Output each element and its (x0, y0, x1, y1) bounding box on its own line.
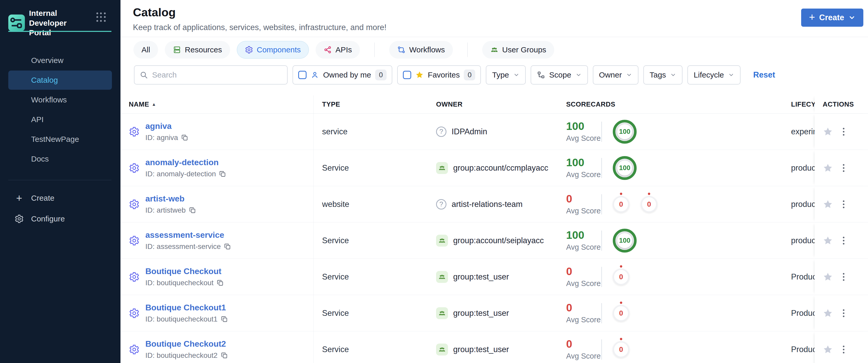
filter-dropdowns: TypeScopeOwnerTagsLifecycle (486, 65, 741, 85)
lifecycle-value: Produc (791, 345, 815, 354)
favorite-star-icon[interactable] (823, 199, 833, 210)
sidebar-item-api[interactable]: API (8, 110, 112, 129)
copy-icon[interactable] (221, 352, 228, 359)
search-input[interactable] (152, 70, 282, 79)
sidebar-create-button[interactable]: + Create (8, 189, 112, 207)
owned-by-me-filter[interactable]: Owned by me 0 (292, 65, 392, 85)
row-menu-kebab-icon[interactable] (841, 344, 846, 355)
actions-cell (815, 222, 868, 259)
entity-id-label: ID: boutiquecheckout2 (145, 351, 218, 360)
page-header: Catalog Keep track of applications, serv… (121, 0, 868, 37)
dropdown-label: Type (492, 70, 509, 79)
favorite-star-icon[interactable] (823, 344, 833, 355)
apps-grid-icon[interactable] (96, 12, 106, 22)
copy-icon[interactable] (221, 315, 228, 323)
table-row: anomaly-detection ID: anomaly-detection … (121, 150, 868, 186)
copy-icon[interactable] (189, 207, 196, 214)
search-box[interactable] (134, 65, 288, 85)
column-header-lifecycle: LIFECYCLE (781, 95, 815, 113)
row-menu-kebab-icon[interactable] (841, 308, 846, 319)
entity-name-link[interactable]: Boutique Checkout (145, 267, 224, 276)
create-button[interactable]: + Create (801, 8, 863, 27)
sidebar-configure-button[interactable]: Configure (8, 210, 112, 228)
entity-name-link[interactable]: assessment-service (145, 230, 231, 240)
row-menu-kebab-icon[interactable] (841, 271, 846, 282)
favorites-checkbox[interactable] (403, 71, 411, 79)
type-cell: website (313, 186, 428, 222)
row-menu-kebab-icon[interactable] (841, 235, 846, 246)
scorecards-cell: 0 Avg Score 0 (557, 331, 781, 363)
dropdown-label: Lifecycle (693, 70, 724, 79)
table-row: Boutique Checkout ID: boutiquecheckout S… (121, 259, 868, 295)
tags-dropdown[interactable]: Tags (643, 65, 682, 85)
sidebar-item-catalog[interactable]: Catalog (8, 70, 112, 90)
copy-icon[interactable] (219, 170, 226, 178)
score-gauge: 0 (613, 341, 629, 358)
gauge-value: 0 (647, 200, 651, 209)
scope-icon (537, 71, 545, 79)
lifecycle-dropdown[interactable]: Lifecycle (687, 65, 741, 85)
scope-dropdown[interactable]: Scope (531, 65, 588, 85)
tab-user-groups[interactable]: User Groups (482, 41, 554, 59)
chevron-down-icon (728, 72, 734, 78)
score-separator (601, 158, 602, 178)
favorite-star-icon[interactable] (823, 163, 833, 173)
owner-name: artist-relations-team (452, 200, 523, 209)
copy-icon[interactable] (224, 243, 231, 250)
group-owner-icon (436, 235, 448, 247)
sidebar-item-testnewpage[interactable]: TestNewPage (8, 130, 112, 149)
owner-dropdown[interactable]: Owner (593, 65, 639, 85)
lifecycle-value: Produc (791, 272, 815, 281)
group-owner-icon (436, 271, 448, 283)
lifecycle-header-label: LIFECYCLE (791, 100, 815, 109)
avg-score-label: Avg Score (566, 134, 601, 143)
sidebar-item-overview[interactable]: Overview (8, 51, 112, 70)
score-gauges: 0 (613, 269, 629, 285)
sidebar-create-label: Create (31, 194, 54, 203)
avg-score-value: 100 (566, 230, 601, 241)
favorite-star-icon[interactable] (823, 308, 833, 319)
copy-icon[interactable] (181, 134, 188, 141)
entity-name-link[interactable]: Boutique Checkout2 (145, 339, 228, 349)
row-menu-kebab-icon[interactable] (841, 162, 846, 174)
favorites-filter[interactable]: Favorites 0 (397, 65, 481, 85)
favorite-star-icon[interactable] (823, 236, 833, 246)
tab-resources[interactable]: Resources (165, 41, 230, 59)
entity-name-link[interactable]: artist-web (145, 194, 196, 204)
tab-all[interactable]: All (133, 41, 158, 59)
favorites-label: Favorites (428, 70, 460, 79)
copy-icon[interactable] (217, 279, 224, 286)
tab-apis[interactable]: APIs (316, 41, 360, 59)
owned-by-me-checkbox[interactable] (298, 71, 307, 79)
entity-name-link[interactable]: Boutique Checkout1 (145, 303, 228, 312)
row-menu-kebab-icon[interactable] (841, 126, 846, 137)
avg-score-value: 0 (566, 338, 601, 350)
reset-filters-link[interactable]: Reset (753, 70, 775, 80)
gauge-tick (620, 265, 622, 268)
brand: Internal Developer Portal (8, 8, 85, 38)
sidebar-item-docs[interactable]: Docs (8, 149, 112, 169)
tab-workflows[interactable]: Workflows (389, 41, 453, 59)
score-gauges: 100 (613, 229, 637, 252)
sort-ascending-icon: ▲ (152, 102, 156, 107)
tab-components[interactable]: Components (237, 41, 309, 59)
score-gauges: 0 (613, 341, 629, 358)
type-dropdown[interactable]: Type (486, 65, 525, 85)
entity-name-link[interactable]: anomaly-detection (145, 158, 226, 167)
favorite-star-icon[interactable] (823, 126, 833, 137)
tab-group-divider (374, 42, 375, 57)
favorite-star-icon[interactable] (823, 272, 833, 282)
entity-id: ID: agniva (145, 133, 188, 142)
column-header-name[interactable]: NAME ▲ (121, 95, 313, 113)
avg-score-value: 0 (566, 193, 601, 205)
server-icon (173, 46, 181, 54)
lifecycle-cell: Produc (781, 259, 815, 295)
unknown-owner-icon: ? (436, 126, 446, 137)
sidebar-item-workflows[interactable]: Workflows (8, 90, 112, 110)
score-separator (601, 122, 602, 142)
entity-name-link[interactable]: agniva (145, 121, 188, 131)
score-separator (601, 231, 602, 251)
scorecards-cell: 100 Avg Score 100 (557, 222, 781, 259)
row-menu-kebab-icon[interactable] (841, 199, 846, 210)
tab-label: Resources (185, 46, 222, 54)
